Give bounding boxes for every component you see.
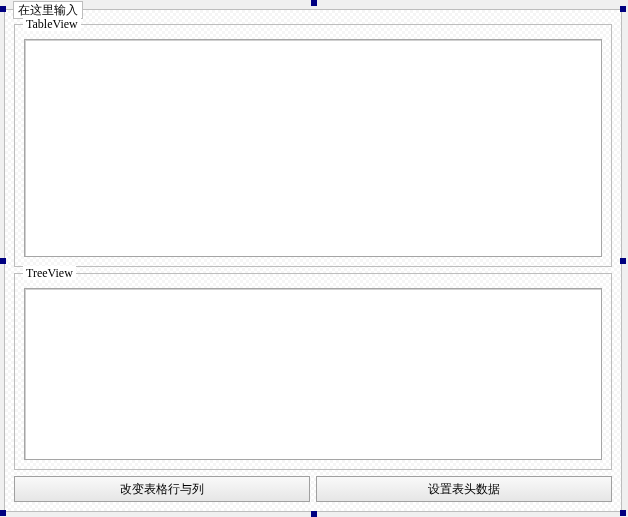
treeview-groupbox[interactable]: TreeView (14, 273, 612, 470)
selection-handle-bottom-left[interactable] (0, 510, 6, 516)
tableview-groupbox[interactable]: TableView (14, 24, 612, 267)
selection-handle-top-left[interactable] (0, 6, 6, 12)
set-header-data-button[interactable]: 设置表头数据 (316, 476, 612, 502)
change-rows-cols-button[interactable]: 改变表格行与列 (14, 476, 310, 502)
tableview-widget[interactable] (24, 39, 602, 257)
selection-handle-middle-right[interactable] (620, 258, 626, 264)
tableview-groupbox-title: TableView (23, 17, 81, 31)
selection-handle-top-middle[interactable] (311, 0, 317, 6)
selection-handle-top-right[interactable] (620, 6, 626, 12)
selection-handle-middle-left[interactable] (0, 258, 6, 264)
selection-handle-bottom-middle[interactable] (311, 511, 317, 517)
outer-groupbox-content: TableView TreeView 改变表格行与列 设置表头数据 (14, 24, 612, 502)
form-designer-canvas: 在这里输入 TableView TreeView 改变表格行与列 设置表头数据 (0, 0, 628, 517)
button-row: 改变表格行与列 设置表头数据 (14, 476, 612, 502)
outer-groupbox[interactable]: 在这里输入 TableView TreeView 改变表格行与列 设置表头数据 (4, 9, 622, 512)
selection-handle-bottom-right[interactable] (620, 510, 626, 516)
treeview-groupbox-title: TreeView (23, 266, 76, 280)
treeview-widget[interactable] (24, 288, 602, 460)
